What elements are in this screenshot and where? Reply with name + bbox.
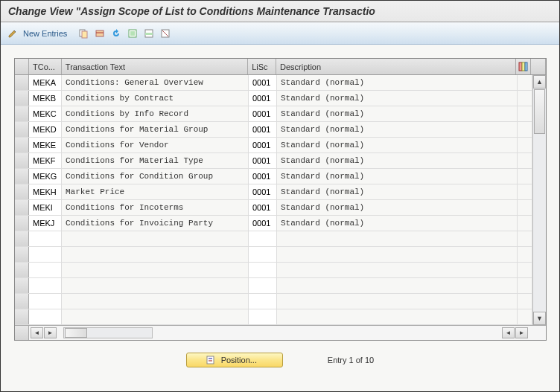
table-row	[15, 278, 532, 294]
column-transaction-text[interactable]: Transaction Text	[62, 59, 248, 74]
cell-lisc[interactable]	[249, 247, 277, 262]
cell-description: Standard (normal)	[277, 122, 518, 137]
cell-tcode[interactable]: MEKC	[29, 106, 62, 121]
cell-description: Standard (normal)	[277, 169, 518, 184]
vertical-scrollbar[interactable]: ▲ ▼	[532, 75, 546, 325]
select-all-icon[interactable]	[127, 28, 139, 39]
row-selector[interactable]	[15, 294, 29, 309]
row-selector[interactable]	[15, 169, 29, 184]
delete-icon[interactable]	[94, 28, 106, 39]
hscroll1-left-icon[interactable]: ◄	[31, 327, 43, 338]
cell-tcode[interactable]: MEKJ	[29, 216, 62, 231]
cell-transaction-text: Conditions for Condition Group	[62, 169, 249, 184]
table-row	[15, 263, 532, 278]
cell-description: Standard (normal)	[277, 75, 518, 90]
hscroll3-right-icon[interactable]: ►	[515, 327, 528, 338]
row-selector[interactable]	[15, 184, 29, 199]
cell-tcode[interactable]: MEKA	[29, 75, 62, 90]
copy-as-icon[interactable]	[77, 28, 89, 39]
cell-padding	[518, 309, 532, 324]
hscroll1-right-icon[interactable]: ►	[44, 327, 57, 338]
application-toolbar: New Entries	[1, 22, 559, 45]
position-button[interactable]: Position...	[186, 353, 283, 367]
scroll-thumb[interactable]	[534, 89, 545, 134]
table-row: MEKCConditions by Info Record0001Standar…	[15, 106, 532, 122]
row-selector[interactable]	[15, 138, 29, 152]
table-row	[15, 309, 532, 325]
row-selector[interactable]	[15, 200, 29, 215]
cell-lisc[interactable]: 0001	[249, 184, 277, 199]
cell-description	[277, 309, 518, 324]
cell-tcode[interactable]	[29, 278, 62, 293]
scroll-up-icon[interactable]: ▲	[533, 75, 546, 89]
row-selector[interactable]	[15, 91, 29, 106]
row-selector[interactable]	[15, 278, 29, 293]
cell-lisc[interactable]: 0001	[249, 216, 277, 231]
cell-lisc[interactable]	[249, 309, 277, 324]
row-selector[interactable]	[15, 263, 29, 277]
svg-rect-5	[130, 31, 135, 36]
table-row: MEKAConditions: General Overview0001Stan…	[15, 75, 532, 91]
cell-tcode[interactable]	[29, 247, 62, 262]
table-header: TCo... Transaction Text LiSc Description	[15, 59, 546, 75]
column-tcode[interactable]: TCo...	[29, 59, 62, 74]
cell-transaction-text	[62, 231, 249, 246]
cell-tcode[interactable]: MEKB	[29, 91, 62, 106]
row-selector[interactable]	[15, 153, 29, 168]
column-description[interactable]: Description	[276, 59, 516, 74]
row-selector[interactable]	[15, 247, 29, 262]
cell-lisc[interactable]: 0001	[249, 200, 277, 215]
scroll-down-icon[interactable]: ▼	[533, 312, 546, 325]
cell-padding	[518, 263, 532, 277]
cell-tcode[interactable]	[29, 309, 62, 324]
cell-lisc[interactable]	[249, 294, 277, 309]
cell-tcode[interactable]: MEKH	[29, 184, 62, 199]
row-selector[interactable]	[15, 106, 29, 121]
entry-counter: Entry 1 of 10	[328, 356, 374, 364]
position-label: Position...	[221, 356, 257, 364]
deselect-all-icon[interactable]	[159, 28, 171, 39]
horizontal-scroll-row: ◄ ► ◄ ►	[15, 325, 546, 340]
table-row: MEKGConditions for Condition Group0001St…	[15, 169, 532, 184]
row-selector[interactable]	[15, 122, 29, 137]
cell-lisc[interactable]: 0001	[249, 75, 277, 90]
header-row-selector[interactable]	[15, 59, 29, 74]
cell-transaction-text: Market Price	[62, 184, 249, 199]
cell-tcode[interactable]: MEKD	[29, 122, 62, 137]
row-selector[interactable]	[15, 231, 29, 246]
cell-padding	[518, 184, 532, 199]
cell-lisc[interactable]	[249, 231, 277, 246]
new-entries-button[interactable]: New Entries	[23, 29, 67, 38]
row-selector[interactable]	[15, 216, 29, 231]
row-selector[interactable]	[15, 75, 29, 90]
cell-tcode[interactable]: MEKF	[29, 153, 62, 168]
hscroll2-track[interactable]	[63, 327, 153, 338]
cell-lisc[interactable]: 0001	[249, 122, 277, 137]
cell-tcode[interactable]	[29, 294, 62, 309]
cell-lisc[interactable]: 0001	[249, 169, 277, 184]
hscroll2-thumb[interactable]	[65, 328, 87, 338]
column-lisc[interactable]: LiSc	[248, 59, 276, 74]
cell-description: Standard (normal)	[277, 138, 518, 152]
cell-tcode[interactable]: MEKI	[29, 200, 62, 215]
cell-lisc[interactable]	[249, 263, 277, 277]
row-selector[interactable]	[15, 309, 29, 324]
undo-change-icon[interactable]	[110, 28, 122, 39]
cell-tcode[interactable]: MEKG	[29, 169, 62, 184]
cell-lisc[interactable]: 0001	[249, 153, 277, 168]
cell-lisc[interactable]: 0001	[249, 106, 277, 121]
table-settings-icon[interactable]	[516, 59, 531, 74]
hscroll3-left-icon[interactable]: ◄	[502, 327, 515, 338]
cell-padding	[518, 169, 532, 184]
select-block-icon[interactable]	[143, 28, 155, 39]
cell-lisc[interactable]: 0001	[249, 138, 277, 152]
cell-lisc[interactable]: 0001	[249, 91, 277, 106]
cell-padding	[518, 106, 532, 121]
toggle-display-change-icon[interactable]	[7, 28, 19, 39]
cell-lisc[interactable]	[249, 278, 277, 293]
cell-tcode[interactable]	[29, 231, 62, 246]
cell-tcode[interactable]	[29, 263, 62, 277]
window-title: Change View "Assign Scope of List to Con…	[1, 1, 559, 22]
cell-transaction-text: Conditions by Contract	[62, 91, 249, 106]
cell-tcode[interactable]: MEKE	[29, 138, 62, 152]
